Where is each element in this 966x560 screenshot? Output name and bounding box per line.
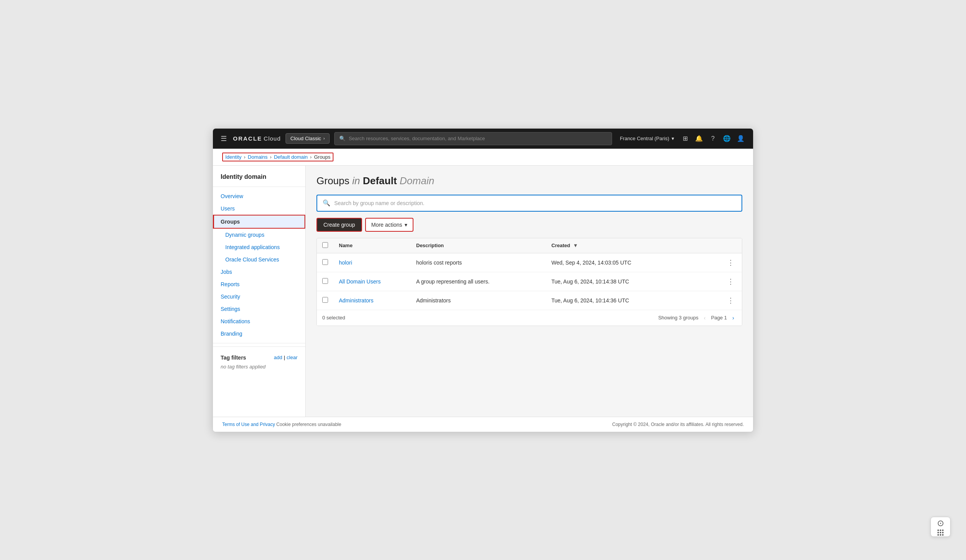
row-actions-button-2[interactable]: ⋮	[725, 277, 736, 287]
row-name-1: holori	[333, 253, 411, 272]
row-actions-button-3[interactable]: ⋮	[725, 295, 736, 305]
title-in: in	[352, 175, 363, 187]
sidebar-item-dynamic-groups[interactable]: Dynamic groups	[213, 229, 305, 241]
row-created-1: Wed, Sep 4, 2024, 14:03:05 UTC	[546, 253, 719, 272]
sidebar-item-overview[interactable]: Overview	[213, 190, 305, 202]
row-description-1: holoris cost reports	[411, 253, 546, 272]
sidebar-item-notifications[interactable]: Notifications	[213, 315, 305, 328]
row-name-3: Administrators	[333, 291, 411, 310]
breadcrumb-domains[interactable]: Domains	[248, 154, 267, 160]
page-title: Groups in Default Domain	[316, 175, 742, 187]
oracle-wordmark: ORACLE	[233, 135, 262, 142]
sidebar-item-jobs[interactable]: Jobs	[213, 266, 305, 278]
sidebar: Identity domain Overview Users Groups Dy…	[213, 166, 306, 417]
search-icon: 🔍	[339, 136, 345, 141]
terms-link[interactable]: Terms of Use and Privacy	[222, 422, 275, 427]
tag-filters-separator: |	[284, 355, 285, 360]
title-domain: Domain	[400, 175, 434, 187]
row-checkbox-2[interactable]	[322, 278, 328, 284]
table-footer: 0 selected Showing 3 groups ‹ Page 1 ›	[317, 310, 742, 326]
row-actions-1[interactable]: ⋮	[719, 253, 742, 272]
user-avatar[interactable]: 👤	[735, 132, 747, 145]
row-check-1[interactable]	[317, 253, 333, 272]
dot-grid-icon	[937, 529, 944, 536]
help-widget[interactable]: ⊙	[930, 517, 951, 537]
table-row: Administrators Administrators Tue, Aug 6…	[317, 291, 742, 310]
title-default: Default	[363, 175, 397, 187]
cookie-preferences: Cookie preferences unavailable	[276, 422, 341, 427]
dashboard-icon[interactable]: ⊞	[679, 132, 691, 145]
chevron-right-icon: ›	[323, 136, 325, 141]
page-footer: Terms of Use and Privacy Cookie preferen…	[213, 417, 753, 432]
row-actions-button-1[interactable]: ⋮	[725, 258, 736, 268]
tag-filters-section: Tag filters add | clear no tag filters a…	[213, 346, 305, 377]
sidebar-item-oracle-cloud-services[interactable]: Oracle Cloud Services	[213, 253, 305, 266]
tag-no-filters-text: no tag filters applied	[221, 364, 298, 370]
footer-copyright: Copyright © 2024, Oracle and/or its affi…	[612, 422, 744, 427]
breadcrumb-bar: Identity › Domains › Default domain › Gr…	[213, 149, 753, 166]
table-header-actions	[719, 238, 742, 253]
sidebar-item-reports[interactable]: Reports	[213, 278, 305, 290]
table-header-name[interactable]: Name	[333, 238, 411, 253]
row-check-2[interactable]	[317, 272, 333, 291]
topnav-right-controls: France Central (Paris) ▾ ⊞ 🔔 ? 🌐 👤	[617, 132, 747, 145]
help-icon[interactable]: ?	[707, 132, 719, 145]
row-checkbox-1[interactable]	[322, 259, 328, 265]
group-link-holori[interactable]: holori	[339, 260, 352, 266]
row-description-2: A group representing all users.	[411, 272, 546, 291]
groups-table-container: Name Description Created ▼	[316, 238, 742, 326]
group-link-all-domain-users[interactable]: All Domain Users	[339, 278, 381, 285]
create-group-button[interactable]: Create group	[316, 218, 362, 232]
region-label: France Central (Paris)	[620, 136, 669, 141]
global-search-input[interactable]	[349, 136, 607, 141]
prev-page-button[interactable]: ‹	[701, 314, 708, 322]
table-header-description: Description	[411, 238, 546, 253]
search-icon: 🔍	[323, 199, 330, 207]
cloud-classic-button[interactable]: Cloud Classic ›	[286, 133, 330, 144]
group-search-input[interactable]	[334, 200, 736, 206]
hamburger-icon[interactable]: ☰	[219, 133, 228, 144]
sidebar-item-security[interactable]: Security	[213, 290, 305, 303]
page-label: Page 1	[711, 315, 727, 321]
global-search-bar[interactable]: 🔍	[334, 132, 612, 145]
table-header-row: Name Description Created ▼	[317, 238, 742, 253]
next-page-button[interactable]: ›	[730, 314, 736, 322]
bell-icon[interactable]: 🔔	[693, 132, 705, 145]
sidebar-item-users[interactable]: Users	[213, 202, 305, 215]
select-all-checkbox[interactable]	[322, 242, 328, 248]
breadcrumb-default-domain[interactable]: Default domain	[274, 154, 308, 160]
chevron-down-icon: ▾	[405, 222, 407, 228]
row-check-3[interactable]	[317, 291, 333, 310]
table-row: All Domain Users A group representing al…	[317, 272, 742, 291]
tag-filters-add-link[interactable]: add	[274, 355, 282, 360]
footer-left: Terms of Use and Privacy Cookie preferen…	[222, 422, 341, 427]
row-description-3: Administrators	[411, 291, 546, 310]
group-link-administrators[interactable]: Administrators	[339, 297, 373, 304]
row-name-2: All Domain Users	[333, 272, 411, 291]
more-actions-button[interactable]: More actions ▾	[365, 218, 413, 232]
sidebar-item-settings[interactable]: Settings	[213, 303, 305, 315]
tag-filters-title: Tag filters	[221, 355, 246, 361]
group-search-container[interactable]: 🔍	[316, 195, 742, 212]
breadcrumb-identity[interactable]: Identity	[225, 154, 242, 160]
region-selector[interactable]: France Central (Paris) ▾	[617, 134, 677, 143]
breadcrumb-groups: Groups	[314, 154, 331, 160]
globe-icon[interactable]: 🌐	[721, 132, 733, 145]
table-header-created[interactable]: Created ▼	[546, 238, 719, 253]
row-actions-2[interactable]: ⋮	[719, 272, 742, 291]
row-actions-3[interactable]: ⋮	[719, 291, 742, 310]
showing-groups-text: Showing 3 groups	[658, 315, 698, 321]
sidebar-item-integrated-applications[interactable]: Integrated applications	[213, 241, 305, 253]
tag-filters-clear-link[interactable]: clear	[287, 355, 298, 360]
cloud-wordmark: Cloud	[264, 135, 281, 142]
row-created-2: Tue, Aug 6, 2024, 10:14:38 UTC	[546, 272, 719, 291]
title-groups: Groups	[316, 175, 349, 187]
breadcrumb-sep-2: ›	[270, 154, 272, 160]
main-layout: Identity domain Overview Users Groups Dy…	[213, 166, 753, 417]
row-checkbox-3[interactable]	[322, 297, 328, 303]
sidebar-item-groups[interactable]: Groups	[213, 215, 305, 229]
table-row: holori holoris cost reports Wed, Sep 4, …	[317, 253, 742, 272]
groups-table: Name Description Created ▼	[317, 238, 742, 310]
sidebar-item-branding[interactable]: Branding	[213, 328, 305, 340]
sidebar-divider	[213, 343, 305, 343]
